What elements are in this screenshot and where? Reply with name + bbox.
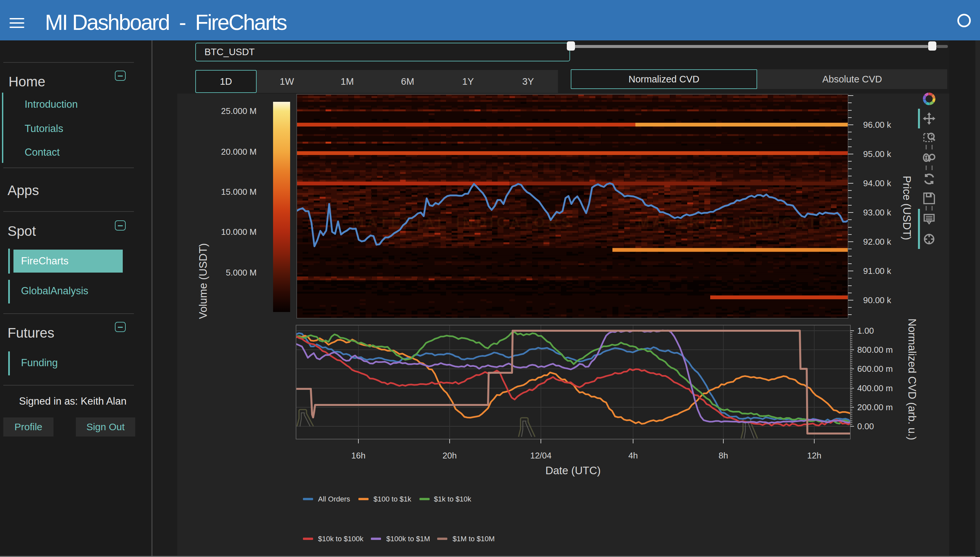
svg-text:$1k to $10k: $1k to $10k	[434, 495, 472, 503]
svg-text:91.00 k: 91.00 k	[863, 266, 891, 276]
svg-text:600.00 m: 600.00 m	[857, 364, 893, 374]
svg-text:400.00 m: 400.00 m	[857, 383, 893, 393]
svg-text:$1M to $10M: $1M to $10M	[453, 535, 495, 543]
svg-text:Price (USDT): Price (USDT)	[901, 176, 913, 240]
svg-text:95.00 k: 95.00 k	[863, 149, 891, 159]
svg-text:0.00: 0.00	[857, 421, 874, 431]
svg-text:96.00 k: 96.00 k	[863, 120, 891, 130]
svg-text:Date (UTC): Date (UTC)	[545, 464, 601, 477]
svg-text:4h: 4h	[628, 451, 638, 461]
svg-text:8h: 8h	[719, 451, 728, 461]
svg-text:93.00 k: 93.00 k	[863, 208, 891, 217]
svg-text:Normalized CVD (arb. u.): Normalized CVD (arb. u.)	[906, 319, 918, 440]
svg-text:Volume (USDT): Volume (USDT)	[197, 243, 209, 319]
svg-text:25.000 M: 25.000 M	[221, 106, 256, 116]
svg-text:12/04: 12/04	[530, 451, 552, 461]
svg-text:92.00 k: 92.00 k	[863, 237, 891, 247]
svg-text:800.00 m: 800.00 m	[857, 345, 893, 355]
svg-text:All Orders: All Orders	[318, 495, 350, 503]
svg-text:20h: 20h	[442, 451, 456, 461]
svg-text:$100k to $1M: $100k to $1M	[386, 535, 430, 543]
svg-text:10.000 M: 10.000 M	[221, 227, 256, 237]
svg-text:1.00: 1.00	[857, 326, 874, 336]
svg-text:15.000 M: 15.000 M	[221, 187, 256, 197]
svg-text:16h: 16h	[351, 451, 365, 461]
svg-text:5.000 M: 5.000 M	[226, 268, 256, 277]
svg-text:94.00 k: 94.00 k	[863, 178, 891, 188]
svg-text:90.00 k: 90.00 k	[863, 295, 891, 305]
svg-text:$100 to $1k: $100 to $1k	[373, 495, 412, 503]
svg-text:$10k to $100k: $10k to $100k	[318, 535, 363, 543]
svg-text:12h: 12h	[807, 451, 821, 461]
svg-text:MATERIAL INDICATORS: MATERIAL INDICATORS	[352, 214, 574, 230]
svg-text:20.000 M: 20.000 M	[221, 147, 256, 157]
svg-text:200.00 m: 200.00 m	[857, 402, 893, 412]
